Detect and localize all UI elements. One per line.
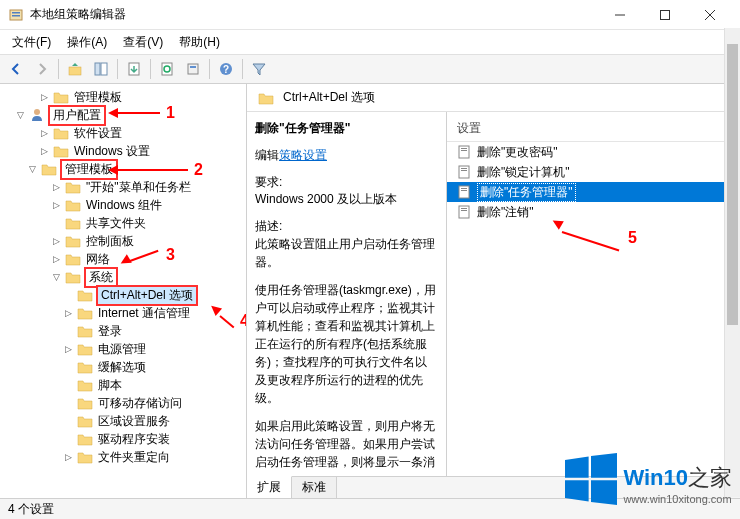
tree-node[interactable]: 可移动存储访问 bbox=[2, 394, 244, 412]
tree-node[interactable]: ▷软件设置 bbox=[2, 124, 244, 142]
tree-node-user-config[interactable]: ▽用户配置 bbox=[2, 106, 244, 124]
tree-label[interactable]: 文件夹重定向 bbox=[96, 449, 172, 466]
svg-rect-18 bbox=[459, 146, 469, 158]
tree-label[interactable]: Windows 设置 bbox=[72, 143, 152, 160]
setting-item[interactable]: 删除"更改密码" bbox=[447, 142, 740, 162]
settings-column-header[interactable]: 设置 bbox=[447, 116, 740, 142]
tree-label[interactable]: Windows 组件 bbox=[84, 197, 164, 214]
scrollbar-vertical[interactable] bbox=[724, 28, 740, 497]
tree-label[interactable]: 网络 bbox=[84, 251, 112, 268]
setting-item[interactable]: 删除"锁定计算机" bbox=[447, 162, 740, 182]
tree-node[interactable]: ▷管理模板 bbox=[2, 88, 244, 106]
tree-label[interactable]: Ctrl+Alt+Del 选项 bbox=[96, 285, 198, 306]
tree-node[interactable]: ▷Windows 组件 bbox=[2, 196, 244, 214]
folder-icon bbox=[77, 431, 93, 447]
app-icon bbox=[8, 7, 24, 23]
requirements-text: Windows 2000 及以上版本 bbox=[255, 191, 438, 208]
export-button[interactable] bbox=[122, 57, 146, 81]
tree-label[interactable]: "开始"菜单和任务栏 bbox=[84, 179, 193, 196]
watermark-text: Win10之家 www.win10xitong.com bbox=[623, 463, 732, 505]
collapse-icon[interactable]: ▽ bbox=[50, 271, 62, 283]
folder-icon bbox=[77, 413, 93, 429]
tree-label[interactable]: Internet 通信管理 bbox=[96, 305, 192, 322]
tree-label[interactable]: 电源管理 bbox=[96, 341, 148, 358]
tree-node[interactable]: 共享文件夹 bbox=[2, 214, 244, 232]
menu-view[interactable]: 查看(V) bbox=[115, 32, 171, 53]
tree-node[interactable]: ▷Internet 通信管理 bbox=[2, 304, 244, 322]
expand-icon[interactable]: ▷ bbox=[38, 127, 50, 139]
expand-icon[interactable]: ▷ bbox=[50, 199, 62, 211]
tree-node[interactable]: ▷Windows 设置 bbox=[2, 142, 244, 160]
tree-node[interactable]: ▷网络 bbox=[2, 250, 244, 268]
help-button[interactable]: ? bbox=[214, 57, 238, 81]
svg-rect-23 bbox=[461, 170, 467, 171]
setting-item[interactable]: 删除"注销" bbox=[447, 202, 740, 222]
folder-icon bbox=[258, 90, 274, 106]
tree-node[interactable]: ▷控制面板 bbox=[2, 232, 244, 250]
expand-icon[interactable]: ▷ bbox=[38, 91, 50, 103]
expand-icon[interactable]: ▷ bbox=[50, 181, 62, 193]
refresh-button[interactable] bbox=[155, 57, 179, 81]
tree-label[interactable]: 缓解选项 bbox=[96, 359, 148, 376]
back-button[interactable] bbox=[4, 57, 28, 81]
tree-node-ctrl-alt-del[interactable]: Ctrl+Alt+Del 选项 bbox=[2, 286, 244, 304]
menu-help[interactable]: 帮助(H) bbox=[171, 32, 228, 53]
tree-label[interactable]: 区域设置服务 bbox=[96, 413, 172, 430]
collapse-icon[interactable]: ▽ bbox=[14, 109, 26, 121]
collapse-icon[interactable]: ▽ bbox=[26, 163, 38, 175]
setting-item-selected[interactable]: 删除"任务管理器" bbox=[447, 182, 740, 202]
properties-button[interactable] bbox=[181, 57, 205, 81]
menu-file[interactable]: 文件(F) bbox=[4, 32, 59, 53]
filter-button[interactable] bbox=[247, 57, 271, 81]
settings-pane[interactable]: 设置 删除"更改密码" 删除"锁定计算机" 删除"任务管理器" 删除"注销" 5 bbox=[447, 112, 740, 476]
folder-icon bbox=[53, 143, 69, 159]
maximize-button[interactable] bbox=[642, 1, 687, 29]
window-title: 本地组策略编辑器 bbox=[30, 6, 597, 23]
svg-rect-7 bbox=[69, 67, 81, 75]
tree-label[interactable]: 可移动存储访问 bbox=[96, 395, 184, 412]
tree-label[interactable]: 脚本 bbox=[96, 377, 124, 394]
tree-node[interactable]: 登录 bbox=[2, 322, 244, 340]
close-button[interactable] bbox=[687, 1, 732, 29]
expand-icon[interactable]: ▷ bbox=[62, 451, 74, 463]
folder-icon bbox=[65, 179, 81, 195]
edit-policy-line: 编辑策略设置 bbox=[255, 147, 438, 164]
tree-node[interactable]: 脚本 bbox=[2, 376, 244, 394]
minimize-button[interactable] bbox=[597, 1, 642, 29]
expand-icon[interactable]: ▷ bbox=[50, 235, 62, 247]
expand-icon[interactable]: ▷ bbox=[50, 253, 62, 265]
expand-icon[interactable]: ▷ bbox=[62, 343, 74, 355]
tree-node[interactable]: ▷文件夹重定向 bbox=[2, 448, 244, 466]
tree-node[interactable]: 缓解选项 bbox=[2, 358, 244, 376]
folder-icon bbox=[77, 323, 93, 339]
svg-rect-21 bbox=[459, 166, 469, 178]
tab-extended[interactable]: 扩展 bbox=[247, 476, 292, 498]
scrollbar-thumb[interactable] bbox=[727, 44, 738, 325]
tree-node-system[interactable]: ▽系统 bbox=[2, 268, 244, 286]
forward-button[interactable] bbox=[30, 57, 54, 81]
tree-label[interactable]: 管理模板 bbox=[60, 159, 118, 180]
tree-node[interactable]: 区域设置服务 bbox=[2, 412, 244, 430]
description-text: 此策略设置阻止用户启动任务管理器。 bbox=[255, 235, 438, 271]
svg-rect-1 bbox=[12, 12, 20, 14]
menu-action[interactable]: 操作(A) bbox=[59, 32, 115, 53]
tree-label[interactable]: 登录 bbox=[96, 323, 124, 340]
tree-label[interactable]: 软件设置 bbox=[72, 125, 124, 142]
tree-node[interactable]: ▷电源管理 bbox=[2, 340, 244, 358]
tree-node-admin-templates[interactable]: ▽管理模板 bbox=[2, 160, 244, 178]
tree-node[interactable]: 驱动程序安装 bbox=[2, 430, 244, 448]
tree-label[interactable]: 控制面板 bbox=[84, 233, 136, 250]
tab-standard[interactable]: 标准 bbox=[292, 477, 337, 498]
up-button[interactable] bbox=[63, 57, 87, 81]
expand-icon[interactable]: ▷ bbox=[62, 307, 74, 319]
setting-label: 删除"注销" bbox=[477, 204, 534, 221]
tree-label[interactable]: 管理模板 bbox=[72, 89, 124, 106]
expand-icon[interactable]: ▷ bbox=[38, 145, 50, 157]
show-hide-tree-button[interactable] bbox=[89, 57, 113, 81]
tree-pane[interactable]: ▷管理模板 ▽用户配置 ▷软件设置 ▷Windows 设置 ▽管理模板 ▷"开始… bbox=[0, 84, 247, 498]
tree-label[interactable]: 用户配置 bbox=[48, 105, 106, 126]
tree-label[interactable]: 共享文件夹 bbox=[84, 215, 148, 232]
tree-label[interactable]: 驱动程序安装 bbox=[96, 431, 172, 448]
edit-policy-link[interactable]: 策略设置 bbox=[279, 148, 327, 162]
tree-node[interactable]: ▷"开始"菜单和任务栏 bbox=[2, 178, 244, 196]
